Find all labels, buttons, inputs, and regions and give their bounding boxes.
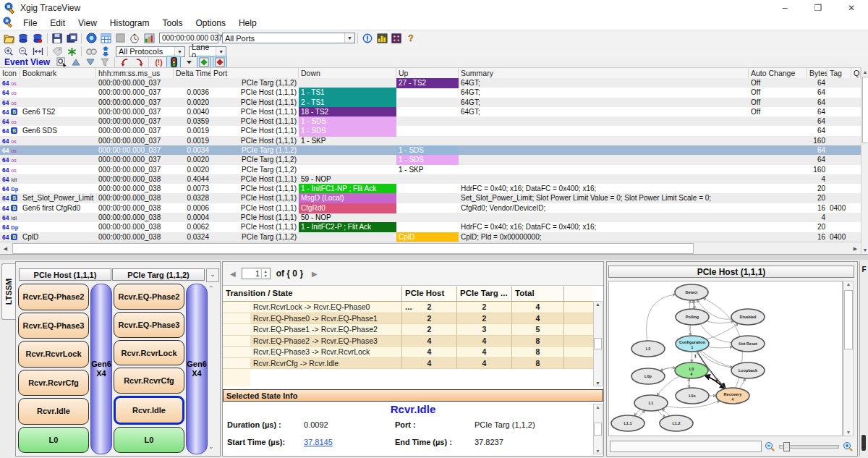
state-info-scroll-thumb[interactable] xyxy=(594,423,602,436)
delta-time-cell[interactable]: 0.0004 xyxy=(174,213,211,223)
up-cell[interactable] xyxy=(396,116,459,127)
trace-row[interactable]: 64 os000:00:00.000_0370.0034PCIe Targ (1… xyxy=(0,145,861,155)
zoom-slider-thumb[interactable] xyxy=(783,442,790,451)
delta-time-cell[interactable]: 0.0040 xyxy=(174,107,211,117)
targ-count-cell[interactable]: 2 xyxy=(457,302,512,313)
up-cell[interactable] xyxy=(396,88,459,98)
diagram-scroll-up-icon[interactable]: ▲ xyxy=(846,281,851,287)
icon-cell[interactable]: 64 os xyxy=(0,88,20,98)
zoom-out-icon[interactable] xyxy=(765,441,775,452)
scroll-left-icon[interactable]: ◀ xyxy=(0,243,11,254)
diagram-node-l1_2[interactable]: L1.2 xyxy=(660,415,693,431)
bookmark-cell[interactable] xyxy=(20,116,96,127)
bookmark-cell[interactable] xyxy=(20,174,96,185)
up-cell[interactable] xyxy=(396,107,459,117)
transition-row[interactable]: Rcvr.EQ-Phase3 -> Rcvr.RcvrLock448 xyxy=(223,347,593,358)
trace-col-qu[interactable]: Qu xyxy=(851,68,861,79)
auto-change-cell[interactable] xyxy=(749,145,807,156)
note-icon[interactable]: (!) xyxy=(152,56,165,69)
ltssm-state-rcvr-rcvrcfg[interactable]: Rcvr.RcvrCfg xyxy=(18,370,89,396)
host-count-cell[interactable]: 4 xyxy=(402,336,457,347)
diagram-node-l0s[interactable]: L0s xyxy=(676,388,709,404)
up-cell[interactable] xyxy=(396,136,459,146)
host-count-cell[interactable]: 2 xyxy=(402,302,457,313)
bookmark-cell[interactable]: Set_Slot_Power_Limit xyxy=(20,193,96,203)
grid-view-icon[interactable] xyxy=(99,32,112,44)
auto-change-cell[interactable] xyxy=(749,136,807,146)
auto-change-cell[interactable]: Off xyxy=(749,88,807,98)
diagram-node-hot_reset[interactable]: Hot Reset xyxy=(731,336,765,352)
down-cell[interactable]: CfgRd0 xyxy=(299,203,396,213)
transition-scroll-up-icon[interactable]: ▲ xyxy=(595,302,600,307)
trace-row[interactable]: 64 os000:00:00.000_037PCIe Targ (1,1,2)2… xyxy=(0,78,861,88)
delta-time-cell[interactable]: 0.4044 xyxy=(174,174,211,185)
timestamp-cell[interactable]: 000:00:00.000_038 xyxy=(96,203,174,213)
diagram-canvas[interactable]: 124DetectPollingDisabledConfiguration1Ho… xyxy=(608,281,843,436)
up-cell[interactable] xyxy=(396,203,459,213)
trace-col-down[interactable]: Down xyxy=(299,68,396,79)
filter-funnel-icon[interactable] xyxy=(98,56,111,69)
timestamp-cell[interactable]: 000:00:00.000_038 xyxy=(96,232,174,242)
summary-cell[interactable]: 64GT; xyxy=(459,107,749,117)
delta-time-cell[interactable]: 0.0062 xyxy=(174,222,211,232)
down-cell[interactable] xyxy=(299,145,396,156)
summary-cell[interactable] xyxy=(459,136,749,146)
trace-col-delta-time[interactable]: Delta Time xyxy=(174,68,211,79)
pager-spinbox[interactable]: 1 ▲▼ xyxy=(242,268,271,279)
transition-cell[interactable]: Rcvr.RcvrLock -> Rcvr.EQ-Phase0 xyxy=(223,302,402,313)
up-cell[interactable] xyxy=(396,184,459,194)
down-cell[interactable]: MsgD (Local) xyxy=(299,193,396,203)
trace-col-tag[interactable]: Tag xyxy=(827,68,851,79)
delta-time-cell[interactable]: 0.0020 xyxy=(174,98,211,108)
bytes-cell[interactable]: 16 xyxy=(807,232,827,242)
bytes-cell[interactable]: 64 xyxy=(807,145,827,156)
down-cell[interactable]: 50 - NOP xyxy=(299,213,396,223)
queue-cell[interactable] xyxy=(851,78,861,88)
bytes-cell[interactable]: 20 xyxy=(807,222,827,232)
trace-col-bookmark[interactable]: Bookmark xyxy=(20,68,96,79)
up-cell[interactable] xyxy=(396,222,459,232)
ports-dropdown-arrow-icon[interactable]: ▼ xyxy=(344,33,354,43)
ltssm-host-header[interactable]: PCIe Host (1,1,1) xyxy=(19,268,111,281)
save-trace-icon[interactable] xyxy=(31,32,44,44)
down-cell[interactable]: 1 - TS1 xyxy=(299,88,396,98)
bytes-cell[interactable]: 4 xyxy=(807,174,827,185)
timestamp-cell[interactable]: 000:00:00.000_037 xyxy=(96,136,174,146)
diagram-node-disabled[interactable]: Disabled xyxy=(731,309,765,325)
trace-row[interactable]: 64 BGen6 TS2000:00:00.000_0370.0040PCIe … xyxy=(0,107,861,116)
timestamp-cell[interactable]: 000:00:00.000_037 xyxy=(96,78,174,88)
delta-time-cell[interactable]: 0.0020 xyxy=(174,155,211,165)
port-cell[interactable]: PCIe Host (1,1,1) xyxy=(211,184,299,194)
jump-forward-icon[interactable] xyxy=(132,56,145,69)
ltssm-scroll-up-icon[interactable]: ⌃ xyxy=(208,285,214,292)
summary-cell[interactable] xyxy=(459,155,749,165)
pager-spinner-icon[interactable]: ▲▼ xyxy=(261,269,270,278)
port-cell[interactable]: PCIe Host (1,1,1) xyxy=(211,126,299,136)
diagram-node-l1[interactable]: L1 xyxy=(634,395,668,411)
diagram-node-configuration[interactable]: Configuration1 xyxy=(676,336,709,352)
pager-next-icon[interactable]: ▶ xyxy=(312,270,318,278)
queue-cell[interactable] xyxy=(851,107,861,117)
timestamp-cell[interactable]: 000:00:00.000_037 xyxy=(96,98,174,108)
state-info-scroll-down-icon[interactable]: ▼ xyxy=(595,449,600,454)
bytes-cell[interactable]: 64 xyxy=(807,116,827,127)
bookmark-cell[interactable] xyxy=(20,78,96,88)
ltssm-dropdown-icon[interactable]: ⌄ xyxy=(206,268,219,282)
port-cell[interactable]: PCIe Host (1,1,1) xyxy=(211,203,299,213)
auto-change-cell[interactable] xyxy=(749,213,807,223)
jump-back-icon[interactable] xyxy=(118,56,131,69)
down-cell[interactable] xyxy=(299,232,396,242)
trace-row[interactable]: 64 os000:00:00.000_0370.0359PCIe Host (1… xyxy=(0,116,861,126)
zoom-out-icon[interactable] xyxy=(17,46,30,58)
start-time-link[interactable]: 37.8145 xyxy=(304,438,333,446)
ltssm-state-rcvr-idle[interactable]: Rcvr.Idle xyxy=(18,398,89,425)
tag-cell[interactable] xyxy=(827,88,851,98)
timestamp-cell[interactable]: 000:00:00.000_038 xyxy=(96,213,174,223)
menu-file[interactable]: File xyxy=(17,17,43,29)
port-cell[interactable]: PCIe Host (1,1,1) xyxy=(211,213,299,223)
auto-change-cell[interactable] xyxy=(749,126,807,136)
diagram-node-l0p[interactable]: L0p xyxy=(631,368,665,384)
tag-cell[interactable] xyxy=(827,193,851,203)
transition-row[interactable]: Rcvr.RcvrCfg -> Rcvr.Idle448 xyxy=(223,358,593,370)
icon-cell[interactable]: 64 B xyxy=(0,107,20,117)
